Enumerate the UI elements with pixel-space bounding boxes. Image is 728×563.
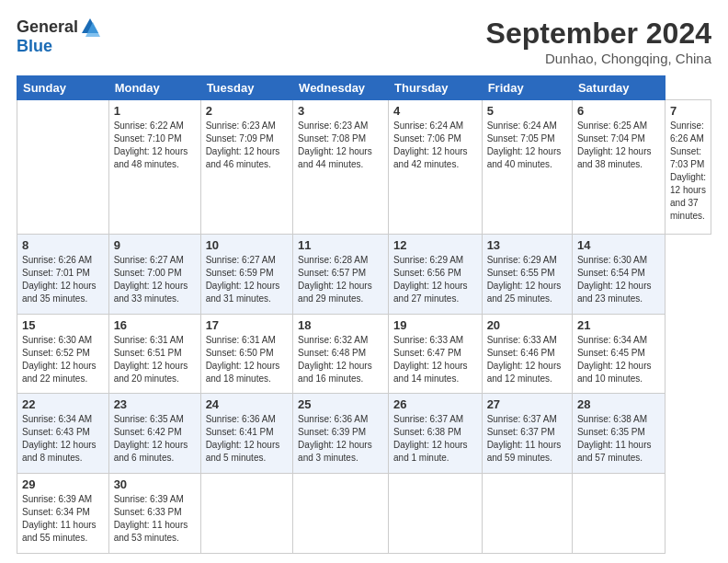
day-number: 23 (114, 397, 196, 411)
day-info: Sunrise: 6:36 AM Sunset: 6:39 PM Dayligh… (298, 413, 383, 465)
calendar-cell (17, 100, 109, 235)
calendar-cell (389, 474, 483, 554)
title-area: September 2024 Dunhao, Chongqing, China (486, 17, 711, 66)
calendar-week-2: 15Sunrise: 6:30 AM Sunset: 6:52 PM Dayli… (17, 314, 711, 394)
calendar-cell (482, 474, 572, 554)
calendar-table: Sunday Monday Tuesday Wednesday Thursday… (17, 75, 711, 554)
page: General Blue September 2024 Dunhao, Chon… (0, 0, 728, 563)
day-number: 24 (206, 397, 288, 411)
calendar-week-0: 1Sunrise: 6:22 AM Sunset: 7:10 PM Daylig… (17, 100, 711, 235)
month-title: September 2024 (486, 17, 711, 51)
day-info: Sunrise: 6:22 AM Sunset: 7:10 PM Dayligh… (114, 120, 196, 171)
calendar-cell: 14Sunrise: 6:30 AM Sunset: 6:54 PM Dayli… (572, 234, 665, 314)
day-info: Sunrise: 6:24 AM Sunset: 7:06 PM Dayligh… (393, 120, 477, 171)
day-info: Sunrise: 6:34 AM Sunset: 6:43 PM Dayligh… (22, 413, 104, 465)
day-info: Sunrise: 6:30 AM Sunset: 6:52 PM Dayligh… (22, 334, 104, 385)
day-number: 2 (206, 104, 288, 118)
calendar-cell: 17Sunrise: 6:31 AM Sunset: 6:50 PM Dayli… (200, 314, 292, 394)
day-number: 12 (393, 238, 477, 252)
day-number: 1 (114, 104, 196, 118)
logo-blue-text: Blue (17, 37, 52, 56)
col-saturday: Saturday (572, 76, 665, 100)
calendar-week-3: 22Sunrise: 6:34 AM Sunset: 6:43 PM Dayli… (17, 394, 711, 474)
logo-general-text: General (17, 17, 78, 37)
calendar-cell: 10Sunrise: 6:27 AM Sunset: 6:59 PM Dayli… (200, 234, 292, 314)
day-info: Sunrise: 6:27 AM Sunset: 7:00 PM Dayligh… (114, 254, 196, 305)
day-number: 5 (487, 104, 567, 118)
day-info: Sunrise: 6:39 AM Sunset: 6:34 PM Dayligh… (22, 493, 104, 545)
header: General Blue September 2024 Dunhao, Chon… (17, 17, 711, 66)
calendar-cell (293, 474, 389, 554)
day-info: Sunrise: 6:26 AM Sunset: 7:03 PM Dayligh… (670, 120, 706, 223)
day-info: Sunrise: 6:33 AM Sunset: 6:46 PM Dayligh… (487, 334, 567, 385)
day-number: 30 (114, 477, 196, 491)
calendar-cell: 19Sunrise: 6:33 AM Sunset: 6:47 PM Dayli… (389, 314, 483, 394)
calendar-cell: 15Sunrise: 6:30 AM Sunset: 6:52 PM Dayli… (17, 314, 109, 394)
day-info: Sunrise: 6:36 AM Sunset: 6:41 PM Dayligh… (206, 413, 288, 465)
day-info: Sunrise: 6:34 AM Sunset: 6:45 PM Dayligh… (577, 334, 660, 385)
day-info: Sunrise: 6:27 AM Sunset: 6:59 PM Dayligh… (206, 254, 288, 305)
day-number: 18 (298, 318, 383, 332)
day-info: Sunrise: 6:37 AM Sunset: 6:38 PM Dayligh… (393, 413, 477, 465)
day-info: Sunrise: 6:28 AM Sunset: 6:57 PM Dayligh… (298, 254, 383, 305)
day-info: Sunrise: 6:29 AM Sunset: 6:56 PM Dayligh… (393, 254, 477, 305)
day-info: Sunrise: 6:23 AM Sunset: 7:09 PM Dayligh… (206, 120, 288, 171)
day-info: Sunrise: 6:30 AM Sunset: 6:54 PM Dayligh… (577, 254, 660, 305)
calendar-cell (572, 474, 665, 554)
day-info: Sunrise: 6:31 AM Sunset: 6:50 PM Dayligh… (206, 334, 288, 385)
day-number: 21 (577, 318, 660, 332)
day-number: 6 (577, 104, 660, 118)
col-monday: Monday (108, 76, 200, 100)
day-number: 8 (22, 238, 104, 252)
calendar-week-1: 8Sunrise: 6:26 AM Sunset: 7:01 PM Daylig… (17, 234, 711, 314)
col-wednesday: Wednesday (293, 76, 389, 100)
day-info: Sunrise: 6:31 AM Sunset: 6:51 PM Dayligh… (114, 334, 196, 385)
day-info: Sunrise: 6:23 AM Sunset: 7:08 PM Dayligh… (298, 120, 383, 171)
calendar-cell: 22Sunrise: 6:34 AM Sunset: 6:43 PM Dayli… (17, 394, 109, 474)
logo-icon (80, 17, 100, 37)
logo: General Blue (17, 17, 100, 56)
calendar-cell: 13Sunrise: 6:29 AM Sunset: 6:55 PM Dayli… (482, 234, 572, 314)
calendar-cell: 12Sunrise: 6:29 AM Sunset: 6:56 PM Dayli… (389, 234, 483, 314)
calendar-cell: 16Sunrise: 6:31 AM Sunset: 6:51 PM Dayli… (108, 314, 200, 394)
day-number: 25 (298, 397, 383, 411)
day-number: 29 (22, 477, 104, 491)
day-number: 10 (206, 238, 288, 252)
calendar-cell: 1Sunrise: 6:22 AM Sunset: 7:10 PM Daylig… (108, 100, 200, 235)
day-number: 19 (393, 318, 477, 332)
day-number: 13 (487, 238, 567, 252)
calendar-cell: 9Sunrise: 6:27 AM Sunset: 7:00 PM Daylig… (108, 234, 200, 314)
day-number: 26 (393, 397, 477, 411)
day-number: 14 (577, 238, 660, 252)
calendar-cell: 24Sunrise: 6:36 AM Sunset: 6:41 PM Dayli… (200, 394, 292, 474)
calendar-cell: 11Sunrise: 6:28 AM Sunset: 6:57 PM Dayli… (293, 234, 389, 314)
calendar-cell: 23Sunrise: 6:35 AM Sunset: 6:42 PM Dayli… (108, 394, 200, 474)
calendar-cell: 30Sunrise: 6:39 AM Sunset: 6:33 PM Dayli… (108, 474, 200, 554)
day-info: Sunrise: 6:25 AM Sunset: 7:04 PM Dayligh… (577, 120, 660, 171)
day-number: 28 (577, 397, 660, 411)
day-info: Sunrise: 6:32 AM Sunset: 6:48 PM Dayligh… (298, 334, 383, 385)
col-thursday: Thursday (389, 76, 483, 100)
calendar-cell: 21Sunrise: 6:34 AM Sunset: 6:45 PM Dayli… (572, 314, 665, 394)
col-friday: Friday (482, 76, 572, 100)
col-sunday: Sunday (17, 76, 109, 100)
day-info: Sunrise: 6:29 AM Sunset: 6:55 PM Dayligh… (487, 254, 567, 305)
calendar-cell: 7Sunrise: 6:26 AM Sunset: 7:03 PM Daylig… (665, 100, 711, 235)
day-number: 20 (487, 318, 567, 332)
calendar-cell: 5Sunrise: 6:24 AM Sunset: 7:05 PM Daylig… (482, 100, 572, 235)
calendar-cell: 25Sunrise: 6:36 AM Sunset: 6:39 PM Dayli… (293, 394, 389, 474)
calendar-cell: 6Sunrise: 6:25 AM Sunset: 7:04 PM Daylig… (572, 100, 665, 235)
calendar-cell: 28Sunrise: 6:38 AM Sunset: 6:35 PM Dayli… (572, 394, 665, 474)
day-info: Sunrise: 6:35 AM Sunset: 6:42 PM Dayligh… (114, 413, 196, 465)
day-info: Sunrise: 6:24 AM Sunset: 7:05 PM Dayligh… (487, 120, 567, 171)
day-number: 15 (22, 318, 104, 332)
day-number: 9 (114, 238, 196, 252)
header-row: Sunday Monday Tuesday Wednesday Thursday… (17, 76, 711, 100)
calendar-cell: 4Sunrise: 6:24 AM Sunset: 7:06 PM Daylig… (389, 100, 483, 235)
calendar-cell: 8Sunrise: 6:26 AM Sunset: 7:01 PM Daylig… (17, 234, 109, 314)
day-info: Sunrise: 6:39 AM Sunset: 6:33 PM Dayligh… (114, 493, 196, 545)
calendar-cell: 18Sunrise: 6:32 AM Sunset: 6:48 PM Dayli… (293, 314, 389, 394)
calendar-cell: 29Sunrise: 6:39 AM Sunset: 6:34 PM Dayli… (17, 474, 109, 554)
calendar-cell: 3Sunrise: 6:23 AM Sunset: 7:08 PM Daylig… (293, 100, 389, 235)
day-info: Sunrise: 6:37 AM Sunset: 6:37 PM Dayligh… (487, 413, 567, 465)
